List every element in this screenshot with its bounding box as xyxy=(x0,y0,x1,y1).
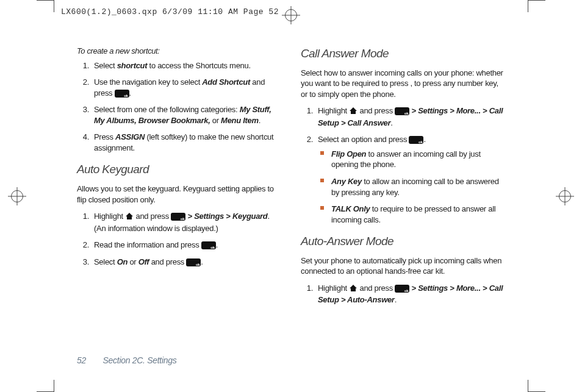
step-text: to access the Shortcuts menu. xyxy=(147,61,250,70)
step-text: . xyxy=(395,295,397,304)
ok-key-icon xyxy=(395,107,409,115)
list-item: 2. Select an option and press . Flip Ope… xyxy=(315,134,505,225)
ok-key-icon xyxy=(171,213,185,221)
emphasis: Menu Item xyxy=(221,116,259,125)
emphasis: ASSIGN xyxy=(115,132,145,141)
heading-call-answer: Call Answer Mode xyxy=(301,46,505,62)
page-footer: 52 Section 2C. Settings xyxy=(77,355,176,365)
step-number: 1. xyxy=(78,60,89,71)
step-text: and press xyxy=(357,106,395,115)
emphasis: On xyxy=(117,257,128,266)
step-number: 1. xyxy=(302,283,313,294)
step-text: Select xyxy=(94,61,117,70)
list-item: 1. Select shortcut to access the Shortcu… xyxy=(92,60,281,71)
bullet-icon xyxy=(320,151,324,155)
step-text: Highlight xyxy=(318,283,349,293)
step-text: and press xyxy=(151,257,187,266)
shortcut-intro: To create a new shortcut: xyxy=(77,46,281,57)
list-item: 3. Select On or Off and press . xyxy=(92,257,281,268)
list-item: 2. Use the navigation key to select Add … xyxy=(92,77,281,98)
step-text: Use the navigation key to select xyxy=(94,77,202,87)
list-item: TALK Only to require to be pressed to an… xyxy=(329,204,505,225)
ok-key-icon xyxy=(115,90,129,98)
call-answer-steps: 1. Highlight and press > Settings > More… xyxy=(301,105,505,225)
list-item: 4. Press ASSIGN (left softkey) to make t… xyxy=(92,132,281,153)
step-number: 2. xyxy=(78,77,89,88)
step-text: Highlight xyxy=(94,212,125,221)
step-text: . xyxy=(259,116,260,125)
list-item: Any Key to allow an incoming call to be … xyxy=(329,176,505,198)
ok-key-icon xyxy=(395,285,409,293)
page-content: To create a new shortcut: 1. Select shor… xyxy=(77,46,505,363)
step-number: 1. xyxy=(78,211,89,222)
crop-mark xyxy=(528,0,528,12)
emphasis: shortcut xyxy=(117,61,148,70)
emphasis: TALK Only xyxy=(331,204,370,213)
ok-key-icon xyxy=(186,258,201,266)
step-text: . xyxy=(201,257,203,266)
crop-mark xyxy=(528,0,545,1)
step-number: 4. xyxy=(78,132,89,143)
list-item: 3. Select from one of the following cate… xyxy=(92,104,281,126)
registration-target xyxy=(11,190,23,202)
bullet-icon xyxy=(320,179,324,182)
emphasis: Off xyxy=(138,257,151,266)
step-text: and press xyxy=(134,212,171,221)
crop-mark xyxy=(54,0,54,12)
step-number: 3. xyxy=(78,257,89,268)
step-text: Select an option and press xyxy=(318,135,409,144)
document-slug: LX600(1.2)_0603.qxp 6/3/09 11:10 AM Page… xyxy=(61,7,279,16)
home-icon xyxy=(349,284,357,295)
step-number: 2. xyxy=(302,134,313,145)
section-label: Section 2C. Settings xyxy=(103,355,177,365)
emphasis: Add Shortcut xyxy=(202,77,250,87)
list-item: 1. Highlight and press > Settings > More… xyxy=(315,283,505,305)
ok-key-icon xyxy=(409,136,423,144)
heading-auto-answer: Auto-Answer Mode xyxy=(301,233,505,249)
registration-target xyxy=(285,9,297,21)
emphasis: Flip Open xyxy=(331,149,366,159)
crop-mark xyxy=(528,380,528,392)
step-text: and press xyxy=(357,283,395,293)
step-text: Read the information and press xyxy=(94,240,201,249)
step-text: or xyxy=(128,257,138,266)
step-text: Highlight xyxy=(318,106,349,115)
call-answer-options: Flip Open to answer an incoming call by … xyxy=(318,149,505,225)
auto-answer-desc: Set your phone to automatically pick up … xyxy=(301,255,505,277)
home-icon xyxy=(125,212,134,223)
home-icon xyxy=(349,107,357,118)
step-text: Press xyxy=(94,132,115,141)
step-text: . xyxy=(390,118,392,127)
emphasis: > Settings > Keyguard xyxy=(185,212,267,221)
list-item: Flip Open to answer an incoming call by … xyxy=(329,149,505,170)
registration-target xyxy=(559,190,571,202)
right-column: Call Answer Mode Select how to answer in… xyxy=(301,46,505,363)
shortcut-steps: 1. Select shortcut to access the Shortcu… xyxy=(77,60,281,154)
list-item: 1. Highlight and press > Settings > More… xyxy=(315,105,505,128)
crop-mark xyxy=(54,380,54,392)
page-number: 52 xyxy=(77,355,86,365)
auto-answer-steps: 1. Highlight and press > Settings > More… xyxy=(301,283,505,305)
list-item: 2. Read the information and press . xyxy=(92,240,281,251)
step-number: 2. xyxy=(78,240,89,251)
auto-keyguard-steps: 1. Highlight and press > Settings > Keyg… xyxy=(77,211,281,267)
step-number: 3. xyxy=(78,104,89,115)
auto-keyguard-desc: Allows you to set the keyguard. Keyguard… xyxy=(77,184,281,205)
step-number: 1. xyxy=(302,105,313,116)
crop-mark xyxy=(37,0,54,1)
emphasis: Any Key xyxy=(331,177,362,186)
list-item: 1. Highlight and press > Settings > Keyg… xyxy=(92,211,281,233)
ok-key-icon xyxy=(201,241,216,249)
step-text: Select xyxy=(94,257,117,266)
step-text: or xyxy=(210,116,221,125)
heading-auto-keyguard: Auto Keyguard xyxy=(77,162,281,177)
step-text: . xyxy=(129,88,131,98)
call-answer-desc: Select how to answer incoming calls on y… xyxy=(301,68,505,100)
bullet-icon xyxy=(320,206,324,210)
step-text: . xyxy=(216,240,218,249)
left-column: To create a new shortcut: 1. Select shor… xyxy=(77,46,281,363)
step-text: . xyxy=(423,135,425,144)
step-text: Select from one of the following categor… xyxy=(94,105,240,114)
